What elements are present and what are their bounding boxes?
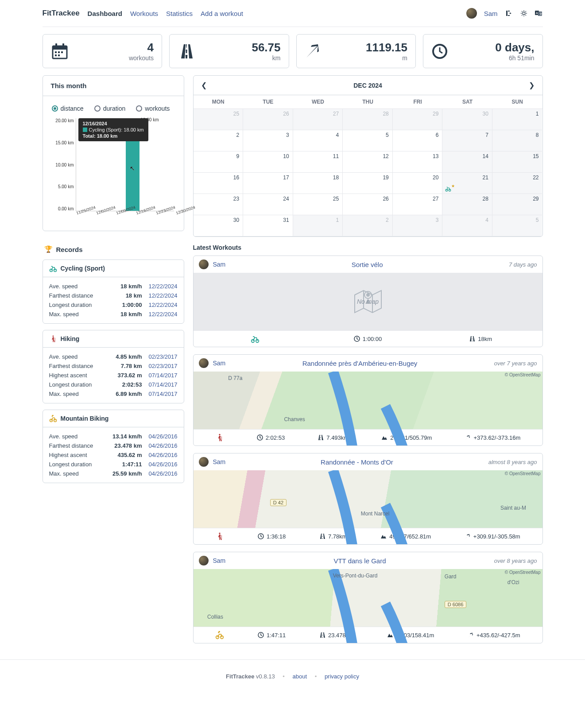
cal-cell[interactable]: 29 — [492, 194, 542, 215]
cal-cell[interactable]: 2 — [343, 215, 393, 236]
avatar[interactable] — [199, 556, 209, 565]
cal-cell[interactable]: 21★ — [442, 173, 492, 194]
cal-cell[interactable]: 11 — [293, 151, 343, 173]
workout-title-link[interactable]: Randonnée - Monts d'Or — [230, 458, 484, 466]
cal-cell[interactable]: 14 — [442, 151, 492, 173]
workout-title-link[interactable]: VTT dans le Gard — [230, 557, 489, 565]
cal-cell[interactable]: 2 — [194, 130, 244, 151]
cal-cell[interactable]: 16 — [194, 173, 244, 194]
cal-cell[interactable]: 5 — [492, 215, 542, 236]
record-date-link[interactable]: 12/22/2024 — [142, 311, 178, 318]
cal-cell[interactable]: 4 — [442, 215, 492, 236]
record-date-link[interactable]: 12/22/2024 — [142, 302, 178, 308]
cal-cell[interactable]: 6 — [393, 130, 443, 151]
records-heading: 🏆 Records — [43, 239, 184, 259]
record-date-link[interactable]: 07/14/2017 — [142, 381, 178, 388]
record-metric: Max. speed — [49, 391, 102, 397]
cal-cell[interactable]: 13 — [393, 151, 443, 173]
cal-dayname: MON — [194, 95, 244, 108]
record-date-link[interactable]: 04/26/2016 — [142, 470, 178, 477]
cal-cell[interactable]: 23 — [194, 194, 244, 215]
record-date-link[interactable]: 07/14/2017 — [142, 391, 178, 397]
cal-cell[interactable]: 27 — [393, 194, 443, 215]
nav-add-workout[interactable]: Add a workout — [201, 10, 243, 17]
cal-cell[interactable]: 3 — [243, 130, 293, 151]
cal-cell[interactable]: 24 — [243, 194, 293, 215]
brand[interactable]: FitTrackee — [43, 9, 80, 18]
workout-user-link[interactable]: Sam — [213, 458, 226, 465]
radio-workouts[interactable]: workouts — [136, 105, 170, 112]
cal-cell[interactable]: 5 — [343, 130, 393, 151]
stat-distance-card[interactable]: 56.75 km — [169, 34, 289, 68]
cal-cell[interactable]: 3 — [393, 215, 443, 236]
cal-cell[interactable]: 12 — [343, 151, 393, 173]
radio-duration[interactable]: duration — [94, 105, 126, 112]
cal-next-button[interactable]: ❯ — [527, 81, 536, 89]
cal-cell[interactable]: 31 — [243, 215, 293, 236]
avatar[interactable] — [199, 457, 209, 467]
theme-icon[interactable] — [520, 9, 528, 17]
cal-cell[interactable]: 25 — [293, 194, 343, 215]
nav-user[interactable]: Sam — [484, 10, 498, 17]
avatar[interactable] — [199, 358, 209, 368]
record-date-link[interactable]: 12/22/2024 — [142, 292, 178, 299]
cal-prev-button[interactable]: ❮ — [200, 81, 209, 89]
cal-cell[interactable]: 9 — [194, 151, 244, 173]
avatar[interactable] — [199, 259, 209, 269]
record-date-link[interactable]: 04/26/2016 — [142, 442, 178, 449]
record-date-link[interactable]: 02/23/2017 — [142, 353, 178, 360]
cal-dayname: THU — [343, 95, 393, 108]
footer-about-link[interactable]: about — [293, 673, 307, 680]
cal-cell[interactable]: 8 — [492, 130, 542, 151]
cal-cell[interactable]: 28 — [442, 194, 492, 215]
stat-workouts-card[interactable]: 4 workouts — [43, 34, 163, 68]
cal-cell[interactable]: 30 — [442, 109, 492, 130]
cal-cell[interactable]: 7 — [442, 130, 492, 151]
nav-statistics[interactable]: Statistics — [166, 10, 193, 17]
logout-icon[interactable] — [505, 9, 513, 17]
record-date-link[interactable]: 12/22/2024 — [142, 283, 178, 290]
cal-cell[interactable]: 18 — [293, 173, 343, 194]
cal-cell[interactable]: 22 — [492, 173, 542, 194]
cal-cell[interactable]: 19 — [343, 173, 393, 194]
stat-duration-card[interactable]: 0 days, 6h 51min — [423, 34, 543, 68]
cal-cell[interactable]: 30 — [194, 215, 244, 236]
cal-cell[interactable]: 1 — [293, 215, 343, 236]
footer-privacy-link[interactable]: privacy policy — [325, 673, 359, 680]
record-date-link[interactable]: 04/26/2016 — [142, 461, 178, 468]
cal-cell[interactable]: 26 — [243, 109, 293, 130]
record-date-link[interactable]: 04/26/2016 — [142, 452, 178, 458]
workout-user-link[interactable]: Sam — [213, 261, 226, 268]
record-metric: Highest ascent — [49, 372, 102, 379]
workout-map[interactable]: © OpenStreetMapChanvesD 77a — [194, 372, 542, 429]
workout-user-link[interactable]: Sam — [213, 360, 226, 367]
language-icon[interactable]: A文 — [535, 9, 543, 17]
cal-cell[interactable]: 10 — [243, 151, 293, 173]
cal-cell[interactable]: 29 — [393, 109, 443, 130]
cal-cell[interactable]: 20 — [393, 173, 443, 194]
cal-cell[interactable]: 26 — [343, 194, 393, 215]
cal-cell[interactable]: 4 — [293, 130, 343, 151]
workout-map[interactable]: © OpenStreetMapD 42Mont NarcelSaint au-M — [194, 470, 542, 528]
record-date-link[interactable]: 07/14/2017 — [142, 372, 178, 379]
nav-workouts[interactable]: Workouts — [130, 10, 158, 17]
cal-cell[interactable]: 17 — [243, 173, 293, 194]
workout-map[interactable]: © OpenStreetMapColliasVers-Pont-du-GardG… — [194, 569, 542, 627]
record-date-link[interactable]: 02/23/2017 — [142, 363, 178, 369]
record-row: Farthest distance23.478 km04/26/2016 — [49, 441, 178, 450]
workout-title-link[interactable]: Sortie vélo — [230, 261, 504, 268]
cal-cell[interactable]: 27 — [293, 109, 343, 130]
avatar[interactable] — [466, 8, 477, 19]
workout-title-link[interactable]: Randonnée près d'Ambérieu-en-Bugey — [230, 360, 489, 367]
cal-cell[interactable]: 15 — [492, 151, 542, 173]
workout-user-link[interactable]: Sam — [213, 557, 226, 564]
cal-cell[interactable]: 1 — [492, 109, 542, 130]
cal-cell[interactable]: 28 — [343, 109, 393, 130]
nav-dashboard[interactable]: Dashboard — [88, 10, 122, 17]
arrow-icon — [305, 43, 321, 59]
radio-distance[interactable]: distance — [52, 105, 84, 112]
cal-cell[interactable]: 25 — [194, 109, 244, 130]
record-date-link[interactable]: 04/26/2016 — [142, 433, 178, 440]
cycling-icon[interactable]: ★ — [445, 186, 451, 192]
stat-ascent-card[interactable]: 1119.15 m — [296, 34, 416, 68]
